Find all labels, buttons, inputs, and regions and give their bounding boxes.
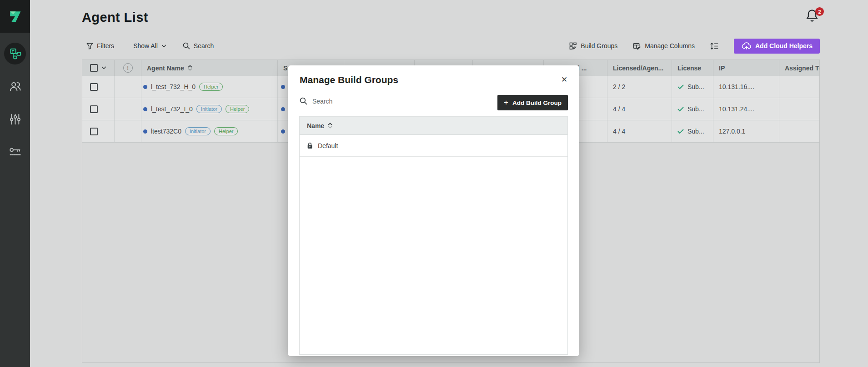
select-all-checkbox[interactable]	[90, 64, 98, 72]
select-all-header	[82, 60, 115, 76]
agent-status-dot	[143, 129, 147, 134]
add-cloud-helpers-button[interactable]: Add Cloud Helpers	[734, 39, 820, 54]
users-icon	[9, 80, 21, 93]
helper-tag: Helper	[226, 105, 249, 113]
manage-build-groups-modal: Manage Build Groups ✕ + Add Build Group …	[288, 65, 579, 356]
filters-label: Filters	[97, 42, 114, 50]
agent-name: l_test_732_I_0	[151, 105, 193, 113]
status-dot	[281, 129, 285, 134]
agent-status-dot	[143, 85, 147, 89]
brand-logo-icon	[7, 9, 23, 24]
agent-ip: 10.131.16....	[719, 83, 754, 90]
agent-ip: 10.131.24....	[719, 105, 754, 113]
initiator-tag: Initiator	[196, 105, 222, 113]
show-all-dropdown[interactable]: Show All	[133, 42, 166, 50]
check-icon	[677, 129, 684, 134]
sidebar-item-users[interactable]	[4, 75, 26, 97]
manage-columns-label: Manage Columns	[645, 42, 695, 50]
status-dot	[281, 85, 285, 89]
column-label: Licensed/Agen...	[613, 64, 663, 72]
build-group-row[interactable]: Default	[300, 135, 567, 157]
check-icon	[677, 84, 684, 89]
sidebar-item-agents[interactable]	[4, 43, 26, 64]
helper-tag: Helper	[199, 83, 223, 91]
status-dot	[281, 107, 285, 111]
row-checkbox[interactable]	[90, 83, 98, 91]
column-header-assigned-to[interactable]: Assigned To	[779, 60, 820, 76]
license-key-icon	[9, 146, 21, 158]
filters-button[interactable]: Filters	[86, 42, 114, 50]
license-type: Sub...	[687, 83, 704, 90]
sidebar-item-licenses[interactable]	[4, 141, 26, 163]
build-group-name: Default	[318, 142, 338, 149]
lock-icon	[307, 142, 313, 149]
modal-search	[300, 97, 445, 105]
chevron-down-icon	[161, 45, 166, 48]
app-logo[interactable]	[0, 0, 30, 33]
search-icon	[183, 42, 190, 50]
modal-search-input[interactable]	[312, 98, 435, 105]
alerts-column-header: !	[115, 60, 141, 76]
check-icon	[677, 107, 684, 112]
sort-indicator	[328, 123, 332, 129]
license-type: Sub...	[687, 105, 704, 113]
column-label: Assigned To	[785, 64, 820, 72]
build-groups-name-header[interactable]: Name	[300, 117, 567, 135]
column-label: IP	[719, 64, 725, 72]
page-title: Agent List	[82, 10, 148, 25]
toolbar: Filters Show All Search Build Groups	[82, 38, 820, 54]
build-groups-table: Name Default	[299, 116, 568, 355]
sort-indicator	[188, 65, 192, 71]
row-height-icon	[710, 42, 718, 50]
initiator-tag: Initiator	[185, 127, 211, 135]
row-checkbox[interactable]	[90, 105, 98, 113]
licensed-count: 4 / 4	[613, 128, 625, 135]
cloud-plus-icon	[741, 42, 751, 50]
search-label: Search	[194, 42, 214, 50]
agent-name: ltest732C0	[151, 128, 181, 135]
license-type: Sub...	[687, 128, 704, 135]
build-groups-button[interactable]: Build Groups	[569, 42, 617, 50]
build-groups-icon	[569, 42, 577, 50]
column-header-licensed-agents[interactable]: Licensed/Agen...	[607, 60, 672, 76]
column-header-license[interactable]: License	[672, 60, 713, 76]
agents-icon	[9, 48, 21, 60]
column-header-ip[interactable]: IP	[713, 60, 779, 76]
agent-status-dot	[143, 107, 147, 111]
settings-sliders-icon	[9, 113, 21, 125]
agent-ip: 127.0.0.1	[719, 128, 745, 135]
plus-icon: +	[504, 98, 508, 107]
manage-columns-button[interactable]: Manage Columns	[633, 42, 695, 50]
licensed-count: 2 / 2	[613, 83, 625, 90]
chevron-down-icon[interactable]	[101, 66, 106, 69]
sidebar-item-settings[interactable]	[4, 108, 26, 130]
notifications-button[interactable]: 2	[806, 8, 824, 25]
table-search-button[interactable]: Search	[183, 42, 214, 50]
modal-title: Manage Build Groups	[300, 74, 398, 85]
name-column-label: Name	[307, 122, 324, 129]
modal-close-button[interactable]: ✕	[558, 74, 570, 85]
build-groups-label: Build Groups	[581, 42, 617, 50]
add-build-group-label: Add Build Group	[512, 99, 562, 106]
agent-name: l_test_732_H_0	[151, 83, 196, 90]
column-header-agent-name[interactable]: Agent Name	[141, 60, 278, 76]
licensed-count: 4 / 4	[613, 105, 625, 113]
alert-circle-icon: !	[123, 63, 133, 73]
add-cloud-helpers-label: Add Cloud Helpers	[755, 42, 813, 50]
column-label: License	[677, 64, 701, 72]
row-checkbox[interactable]	[90, 128, 98, 135]
row-height-button[interactable]	[710, 42, 718, 50]
manage-columns-icon	[633, 42, 641, 50]
sidebar	[0, 0, 30, 367]
helper-tag: Helper	[214, 127, 238, 135]
search-icon	[300, 97, 307, 105]
column-label: Agent Name	[147, 64, 184, 72]
filter-funnel-icon	[86, 43, 93, 50]
show-all-label: Show All	[133, 42, 158, 50]
notification-count-badge: 2	[815, 7, 824, 16]
add-build-group-button[interactable]: + Add Build Group	[497, 95, 568, 110]
